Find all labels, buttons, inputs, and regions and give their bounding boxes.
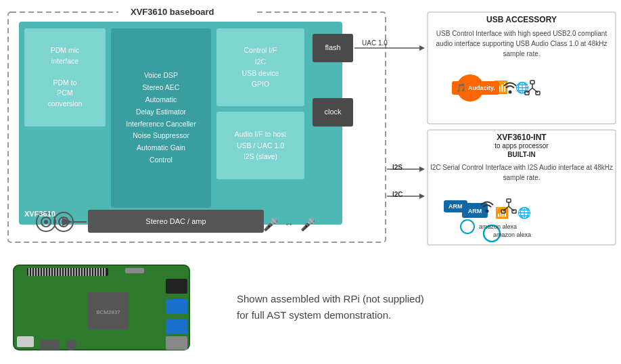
xvf3610-int-builtin: BUILT-IN	[429, 151, 614, 158]
rpi-image: BCM2837	[7, 258, 196, 357]
svg-rect-78	[83, 268, 84, 276]
wifi-icon-int	[478, 199, 497, 215]
network-icon-usb	[524, 80, 540, 99]
svg-point-13	[54, 212, 73, 231]
svg-rect-63	[42, 268, 43, 276]
svg-text:BCM2837: BCM2837	[96, 309, 120, 315]
svg-line-47	[532, 88, 538, 93]
clock-chip: clock	[314, 99, 352, 124]
svg-rect-65	[47, 268, 49, 276]
svg-rect-68	[55, 268, 57, 276]
svg-rect-73	[69, 268, 70, 276]
svg-line-46	[527, 88, 532, 93]
svg-line-53	[503, 206, 509, 211]
svg-rect-85	[101, 268, 103, 276]
svg-text:🌐: 🌐	[518, 206, 531, 219]
svg-rect-84	[99, 268, 100, 276]
svg-rect-80	[88, 268, 89, 276]
svg-point-48	[486, 210, 489, 213]
svg-rect-86	[104, 268, 106, 276]
svg-line-54	[509, 206, 514, 211]
xvf3610-int-text: I2C Serial Control Interface with I2S Au…	[429, 162, 614, 183]
svg-rect-81	[91, 268, 92, 276]
audio-if-block: Audio I/F to host USB / UAC 1.0 I2S (sla…	[218, 113, 303, 178]
flash-chip: flash	[314, 35, 352, 60]
svg-marker-25	[419, 194, 425, 199]
svg-rect-93	[17, 336, 34, 347]
svg-rect-89	[166, 319, 187, 334]
svg-rect-71	[64, 268, 65, 276]
alexa-ring	[460, 219, 475, 234]
xvf3610-int-panel: XVF3610-INT to apps processor BUILT-IN I…	[429, 133, 614, 183]
svg-rect-74	[72, 268, 73, 276]
svg-rect-75	[74, 268, 76, 276]
svg-rect-94	[41, 340, 60, 350]
pdm-block: PDM mic interface PDM to PCM conversion	[26, 30, 104, 125]
svg-rect-67	[53, 268, 54, 276]
xvf3610-int-subtitle: to apps processor	[429, 142, 614, 150]
svg-point-95	[66, 340, 76, 350]
audacity-logo: 🎵 Audacity.	[452, 81, 499, 95]
svg-rect-58	[28, 268, 30, 276]
voice-dsp-block: Voice DSP Stereo AEC Automatic Delay Est…	[112, 30, 210, 206]
control-if-block: Control I/F I2C USB device GPIO	[218, 30, 303, 105]
svg-text:🎤: 🎤	[300, 217, 316, 232]
svg-marker-23	[419, 166, 425, 172]
svg-rect-42	[530, 81, 534, 84]
baseboard-title: XVF3610 baseboard	[125, 7, 220, 17]
dac-label: Stereo DAC / amp	[89, 211, 262, 231]
svg-rect-76	[77, 268, 78, 276]
svg-rect-59	[31, 268, 32, 276]
svg-rect-64	[45, 268, 46, 276]
svg-rect-90	[166, 336, 187, 350]
svg-point-14	[59, 217, 68, 227]
uac-label: UAC 1.0	[362, 39, 388, 47]
svg-rect-72	[66, 268, 68, 276]
amazon-alexa: amazon alexa	[460, 219, 517, 234]
svg-rect-61	[37, 268, 38, 276]
usb-accessory-panel: USB ACCESSORY USB Control Interface with…	[429, 15, 614, 59]
svg-rect-88	[166, 299, 187, 314]
arm-chip: ARM	[444, 200, 467, 212]
svg-rect-69	[58, 268, 60, 276]
alexa-label: amazon alexa	[479, 223, 517, 230]
svg-rect-62	[39, 268, 41, 276]
bottom-text-line1: Shown assembled with RPi (not supplied)	[237, 291, 424, 307]
usb-accessory-text: USB Control Interface with high speed US…	[429, 28, 614, 59]
i2c-label: I2C	[392, 191, 403, 198]
svg-rect-77	[80, 268, 81, 276]
bottom-text-line2: for full AST system demonstration.	[237, 307, 424, 323]
svg-rect-82	[93, 268, 95, 276]
svg-rect-87	[166, 279, 187, 294]
svg-rect-70	[61, 268, 62, 276]
wifi-icon-usb	[501, 80, 520, 98]
network-icon-int	[501, 198, 517, 216]
i2s-label: I2S	[392, 164, 402, 171]
svg-rect-83	[96, 268, 97, 276]
usb-accessory-title: USB ACCESSORY	[429, 15, 614, 24]
svg-rect-60	[34, 268, 35, 276]
svg-point-15	[62, 220, 66, 224]
svg-rect-96	[125, 268, 144, 273]
svg-point-12	[44, 220, 48, 224]
svg-marker-21	[419, 45, 425, 51]
xvf3610-label: XVF3610	[24, 210, 55, 218]
bottom-text: Shown assembled with RPi (not supplied) …	[196, 291, 424, 323]
svg-rect-66	[50, 268, 51, 276]
bottom-section: BCM2837 Shown assembled with RPi (not su…	[0, 250, 621, 364]
xvf3610-int-title: XVF3610-INT	[429, 133, 614, 142]
svg-point-41	[509, 91, 512, 94]
diagram-wrapper: Audacity 📶 🌐 ARM 📶 🌐 amazon alexa 🎤 🎤 ↔ …	[0, 0, 621, 364]
svg-point-11	[41, 217, 51, 227]
svg-text:🎤: 🎤	[263, 217, 279, 232]
svg-rect-49	[507, 199, 511, 202]
svg-rect-79	[85, 268, 87, 276]
svg-text:↔: ↔	[284, 219, 294, 229]
